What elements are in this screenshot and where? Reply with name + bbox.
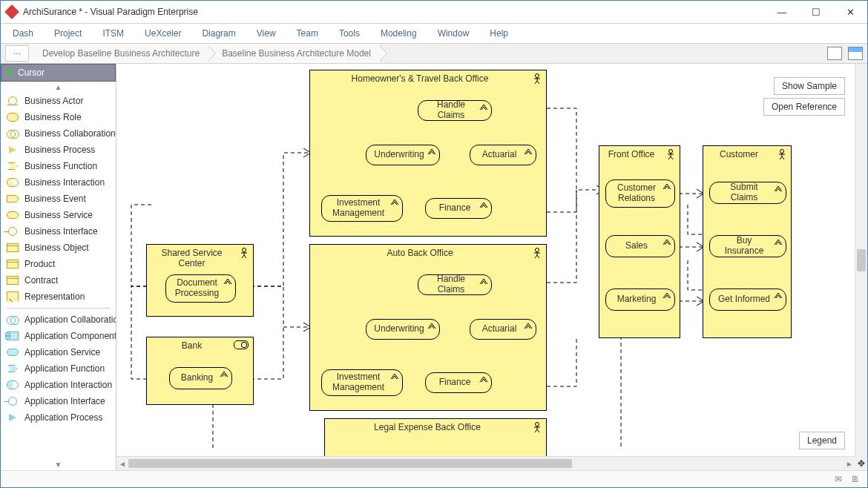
- minimize-button[interactable]: —: [765, 1, 799, 23]
- palette-business-service[interactable]: Business Service: [1, 207, 116, 223]
- svg-line-29: [782, 156, 784, 159]
- func-get-informed[interactable]: Get Informed: [709, 288, 786, 311]
- close-button[interactable]: ✕: [833, 1, 867, 23]
- group-auto-back-office[interactable]: Auto Back Office Handle Claims Underwrit…: [309, 244, 547, 411]
- actor-icon: [533, 248, 542, 258]
- show-sample-button[interactable]: Show Sample: [774, 77, 845, 95]
- palette-representation[interactable]: Representation: [1, 288, 116, 305]
- group-title: Homeowner's & Travel Back Office: [310, 73, 530, 84]
- svg-line-9: [537, 255, 539, 258]
- func-handle-claims-2[interactable]: Handle Claims: [418, 274, 492, 295]
- menu-window[interactable]: Window: [438, 28, 470, 39]
- func-actuarial-1[interactable]: Actuarial: [470, 145, 536, 165]
- palette-cursor[interactable]: Cursor: [1, 64, 116, 82]
- layout-icon[interactable]: [827, 47, 842, 60]
- svg-line-4: [537, 81, 539, 84]
- palette-application-component[interactable]: Application Component: [1, 328, 116, 344]
- func-submit-claims[interactable]: Submit Claims: [709, 182, 786, 204]
- new-diagram-icon[interactable]: [848, 47, 863, 60]
- palette-application-process[interactable]: Application Process: [1, 409, 116, 426]
- palette-product[interactable]: Product: [1, 256, 116, 272]
- svg-line-24: [671, 156, 673, 159]
- actor-icon: [533, 422, 542, 432]
- svg-point-15: [243, 248, 246, 252]
- horizontal-scrollbar[interactable]: ◄►: [116, 456, 855, 470]
- menu-itsm[interactable]: ITSM: [102, 28, 124, 39]
- actor-icon: [240, 248, 249, 258]
- canvas-area: Homeowner's & Travel Back Office Handle …: [116, 64, 867, 470]
- palette-application-interaction[interactable]: Application Interaction: [1, 377, 116, 393]
- menu-project[interactable]: Project: [54, 28, 82, 39]
- palette-collapse-up[interactable]: ▲: [1, 82, 116, 93]
- func-underwriting-1[interactable]: Underwriting: [366, 145, 440, 165]
- func-banking[interactable]: Banking: [169, 367, 232, 389]
- menu-dash[interactable]: Dash: [13, 28, 33, 39]
- menu-diagram[interactable]: Diagram: [202, 28, 235, 39]
- svg-line-23: [668, 156, 671, 159]
- titlebar: ArchiSurance * - Visual Paradigm Enterpr…: [1, 1, 867, 24]
- vertical-scrollbar[interactable]: [855, 64, 867, 457]
- svg-line-28: [780, 156, 782, 159]
- device-icon: [234, 340, 249, 349]
- palette-business-process[interactable]: Business Process: [1, 142, 116, 158]
- func-finance-2[interactable]: Finance: [425, 372, 492, 393]
- menu-view[interactable]: View: [257, 28, 276, 39]
- palette-application-interface[interactable]: Application Interface: [1, 393, 116, 409]
- palette-business-interaction[interactable]: Business Interaction: [1, 174, 116, 191]
- palette-application-service[interactable]: Application Service: [1, 344, 116, 360]
- pan-icon[interactable]: ✥: [855, 457, 867, 470]
- palette-business-interface[interactable]: Business Interface: [1, 223, 116, 240]
- palette-business-role[interactable]: Business Role: [1, 109, 116, 125]
- group-bank[interactable]: Bank Banking: [146, 337, 254, 405]
- breadcrumb-more[interactable]: ...: [5, 45, 29, 62]
- group-front-office[interactable]: Front Office Customer Relations Sales Ma…: [599, 145, 680, 338]
- palette-contract[interactable]: Contract: [1, 272, 116, 288]
- legend-button[interactable]: Legend: [799, 432, 845, 449]
- mail-icon[interactable]: ✉: [835, 474, 842, 484]
- func-actuarial-2[interactable]: Actuarial: [470, 319, 536, 340]
- menu-uexceler[interactable]: UeXceler: [145, 28, 181, 39]
- func-sales[interactable]: Sales: [605, 235, 675, 257]
- group-customer[interactable]: Customer Submit Claims Buy Insurance Get…: [703, 145, 792, 338]
- func-customer-relations[interactable]: Customer Relations: [605, 179, 675, 208]
- palette-collapse-down[interactable]: ▼: [1, 459, 116, 470]
- actor-icon: [777, 149, 786, 159]
- func-finance-1[interactable]: Finance: [425, 198, 492, 219]
- svg-point-20: [669, 150, 673, 154]
- func-document-processing[interactable]: Document Processing: [165, 274, 236, 303]
- open-reference-button[interactable]: Open Reference: [763, 98, 845, 116]
- menu-tools[interactable]: Tools: [339, 28, 360, 39]
- func-investment-mgmt-2[interactable]: Investment Management: [321, 369, 403, 396]
- func-investment-mgmt-1[interactable]: Investment Management: [321, 195, 403, 222]
- palette-application-collaboration[interactable]: Application Collaboration: [1, 311, 116, 328]
- palette-business-function[interactable]: Business Function: [1, 158, 116, 174]
- func-handle-claims-1[interactable]: Handle Claims: [418, 100, 492, 121]
- breadcrumb-1[interactable]: Develop Baseline Business Architecture: [29, 44, 208, 63]
- svg-point-0: [536, 74, 539, 78]
- actor-icon: [666, 149, 675, 159]
- menu-help[interactable]: Help: [490, 28, 508, 39]
- palette-application-function[interactable]: Application Function: [1, 360, 116, 377]
- svg-line-13: [535, 429, 537, 432]
- menubar: Dash Project ITSM UeXceler Diagram View …: [1, 24, 867, 44]
- func-buy-insurance[interactable]: Buy Insurance: [709, 235, 786, 257]
- diagram-canvas[interactable]: Homeowner's & Travel Back Office Handle …: [116, 64, 867, 470]
- palette-business-event[interactable]: Business Event: [1, 191, 116, 207]
- menu-modeling[interactable]: Modeling: [381, 28, 417, 39]
- breadcrumb-2[interactable]: Baseline Business Architecture Model: [208, 44, 380, 63]
- group-title: Bank: [147, 340, 237, 351]
- func-underwriting-2[interactable]: Underwriting: [366, 319, 440, 340]
- group-shared-service-center[interactable]: Shared Service Center Document Processin…: [146, 244, 254, 317]
- maximize-button[interactable]: ☐: [799, 1, 833, 23]
- group-homeowner-back-office[interactable]: Homeowner's & Travel Back Office Handle …: [309, 70, 547, 237]
- menu-team[interactable]: Team: [297, 28, 318, 39]
- doc-icon[interactable]: 🗎: [851, 474, 860, 484]
- palette-business-actor[interactable]: Business Actor: [1, 93, 116, 109]
- palette-business-collaboration[interactable]: Business Collaboration: [1, 125, 116, 142]
- svg-line-3: [535, 81, 537, 84]
- svg-point-10: [536, 423, 539, 426]
- palette-business-object[interactable]: Business Object: [1, 240, 116, 256]
- func-marketing[interactable]: Marketing: [605, 288, 675, 311]
- group-title: Auto Back Office: [310, 248, 530, 258]
- app-logo-icon: [4, 4, 19, 19]
